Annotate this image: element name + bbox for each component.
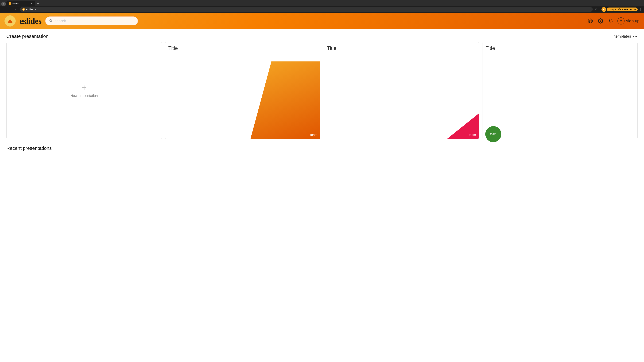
recent-section-title: Recent presentations [6, 146, 638, 151]
svg-line-1 [52, 21, 52, 22]
svg-point-5 [620, 20, 622, 21]
notifications-button[interactable] [607, 18, 614, 25]
recent-section: Recent presentations [6, 146, 638, 151]
forward-button[interactable]: › [8, 7, 12, 12]
app-header: eslides search [0, 13, 644, 29]
templates-label[interactable]: templates [614, 34, 631, 39]
search-placeholder: search [54, 19, 66, 23]
logo-text[interactable]: eslides [20, 16, 42, 26]
templates-row: templates ••• [614, 34, 638, 39]
logo-triangle-icon [8, 19, 12, 23]
cards-row: + New presentation Title team Title team… [6, 42, 638, 139]
template-green-team: team [490, 132, 496, 136]
chrome-update-button[interactable]: Доступно обновление Chrome [607, 8, 638, 11]
main-content: Create presentation templates ••• + New … [0, 29, 644, 159]
browser-tabs: ▾ e eslides ✕ + [1, 1, 643, 6]
tab-close-button[interactable]: ✕ [30, 2, 33, 5]
tab-list-button[interactable]: ▾ [1, 2, 6, 6]
address-bar[interactable]: e eslides.ru [20, 7, 593, 12]
template-orange-title: Title [168, 45, 178, 51]
template-green-title: Title [486, 45, 495, 51]
signup-label: sign up [626, 19, 640, 24]
user-icon [618, 18, 624, 25]
search-bar[interactable]: search [45, 17, 138, 26]
browser-menu-button[interactable]: ⋮ [638, 7, 642, 12]
tab-favicon: e [9, 2, 11, 5]
back-button[interactable]: ‹ [2, 7, 6, 12]
create-section-title: Create presentation [6, 34, 48, 39]
profile-button[interactable]: e [602, 7, 606, 12]
template-card-orange[interactable]: Title team [165, 42, 320, 139]
create-section-header: Create presentation templates ••• [6, 34, 638, 39]
template-card-green-inner: Title team [482, 42, 638, 139]
logo-circle [4, 15, 16, 27]
plus-icon: + [82, 83, 87, 92]
new-presentation-label: New presentation [70, 94, 98, 98]
template-card-red[interactable]: Title team [324, 42, 479, 139]
browser-toolbar: ‹ › ↻ e eslides.ru ⧉ e Доступно обновлен… [0, 6, 644, 13]
template-orange-team: team [310, 133, 317, 137]
star-button[interactable] [587, 18, 594, 25]
toolbar-right: ⧉ e Доступно обновление Chrome ⋮ [594, 7, 642, 12]
active-tab[interactable]: e eslides ✕ [6, 1, 35, 6]
template-card-orange-inner: Title team [165, 42, 320, 139]
browser-chrome: ▾ e eslides ✕ + [0, 0, 644, 6]
svg-marker-3 [588, 20, 592, 23]
extensions-button[interactable]: ⧉ [594, 7, 599, 12]
tab-title: eslides [12, 3, 19, 5]
address-text: eslides.ru [26, 8, 36, 11]
template-red-team: team [469, 133, 476, 137]
template-card-red-inner: Title team [324, 42, 479, 139]
more-button[interactable]: ••• [633, 34, 638, 38]
green-circle: team [485, 126, 501, 142]
orange-shape [250, 61, 320, 139]
template-card-green[interactable]: Title team [482, 42, 638, 139]
reload-button[interactable]: ↻ [14, 7, 18, 12]
new-tab-button[interactable]: + [36, 1, 40, 6]
template-red-title: Title [327, 45, 336, 51]
new-presentation-card[interactable]: + New presentation [6, 42, 162, 139]
svg-point-4 [600, 20, 601, 22]
address-favicon: e [22, 8, 25, 11]
search-icon [49, 19, 52, 23]
settings-button[interactable] [597, 18, 604, 25]
header-icons: sign up [587, 18, 640, 25]
signup-area[interactable]: sign up [618, 18, 640, 25]
